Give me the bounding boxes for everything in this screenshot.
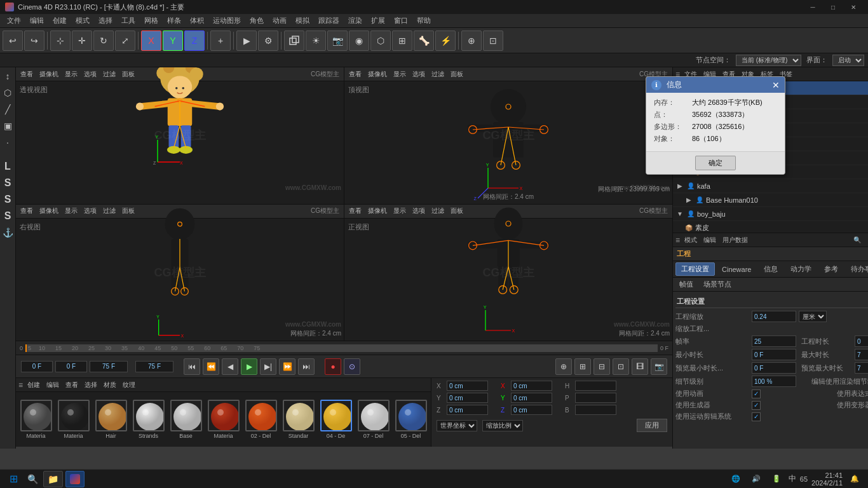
tb-scale[interactable]: ⤢ bbox=[115, 30, 135, 51]
menu-item-动画[interactable]: 动画 bbox=[268, 15, 291, 27]
attr-field-scale[interactable] bbox=[752, 311, 796, 322]
obj-row-h010[interactable]: ▶ 👤 Base Human010 bbox=[673, 193, 868, 207]
menu-item-编辑[interactable]: 编辑 bbox=[25, 15, 48, 27]
attr-search-icon[interactable]: 🔍 bbox=[851, 236, 863, 244]
tb-character[interactable]: 🦴 bbox=[414, 30, 434, 51]
vp1-select[interactable]: 选项 bbox=[82, 69, 98, 79]
tb-cube[interactable] bbox=[284, 30, 304, 51]
next-frame-btn[interactable]: ⏩ bbox=[279, 358, 295, 375]
current-frame-input[interactable] bbox=[21, 361, 53, 372]
tb-move[interactable]: ✛ bbox=[72, 30, 92, 51]
mat-item-10[interactable]: 05 - Del bbox=[393, 400, 428, 439]
menu-item-体积[interactable]: 体积 bbox=[186, 15, 208, 27]
timeline[interactable]: 0 5 10 15 20 25 30 35 40 45 50 55 60 65 … bbox=[16, 341, 672, 355]
tb-rotate[interactable]: ↻ bbox=[93, 30, 114, 51]
sidebar-edge-icon[interactable]: ╱ bbox=[0, 102, 15, 117]
rot-b-input[interactable] bbox=[575, 405, 616, 415]
taskbar-network-icon[interactable]: 🌐 bbox=[728, 471, 744, 487]
tb-deformer[interactable]: ⬡ bbox=[370, 30, 391, 51]
end-frame-input[interactable] bbox=[90, 361, 128, 372]
mat-material[interactable]: 材质 bbox=[102, 380, 118, 390]
mat-item-2[interactable]: Hair bbox=[93, 400, 128, 439]
coord-apply-btn[interactable]: 应用 bbox=[637, 419, 667, 432]
playhead[interactable] bbox=[25, 344, 27, 352]
mat-edit[interactable]: 编辑 bbox=[44, 380, 61, 390]
tb-redo[interactable]: ↪ bbox=[24, 30, 44, 51]
taskbar-notification-icon[interactable]: 🔔 bbox=[846, 471, 863, 487]
menu-item-渲染[interactable]: 渲染 bbox=[344, 15, 367, 27]
tb-render-settings[interactable]: ⚙ bbox=[258, 30, 278, 51]
attr-cb-moclip[interactable]: ✓ bbox=[752, 412, 761, 421]
mat-item-5[interactable]: Materia bbox=[206, 400, 241, 439]
vp3-camera[interactable]: 摄像机 bbox=[37, 206, 60, 216]
menu-item-样条[interactable]: 样条 bbox=[163, 15, 186, 27]
transport-anim-icon[interactable]: 🎞 bbox=[632, 358, 648, 375]
end-frame-input2[interactable] bbox=[135, 361, 173, 372]
taskbar-search-btn[interactable]: 🔍 bbox=[24, 471, 41, 487]
tb-x-axis[interactable]: X bbox=[141, 30, 161, 51]
attr-field-projlen[interactable] bbox=[855, 336, 868, 347]
obj-row-kafa[interactable]: ▶ 👤 kafa ◆ ● bbox=[673, 179, 868, 193]
attr-tab-dynamics[interactable]: 动力学 bbox=[785, 262, 817, 276]
attr-field-prevminlen[interactable] bbox=[752, 362, 796, 374]
vp3-panel[interactable]: 面板 bbox=[120, 206, 137, 216]
attr-unit-select[interactable]: 厘米 bbox=[799, 311, 827, 322]
viewport-top[interactable]: 查看 摄像机 显示 选项 过滤 面板 CG模型主 顶视图 bbox=[344, 67, 672, 204]
tb-select[interactable]: ⊹ bbox=[50, 30, 71, 51]
mat-item-9[interactable]: 07 - Del bbox=[356, 400, 391, 439]
obj-expand-kafa[interactable]: ▶ bbox=[675, 182, 684, 191]
obj-expand-h010[interactable]: ▶ bbox=[684, 196, 693, 205]
menu-item-跟踪器[interactable]: 跟踪器 bbox=[314, 15, 344, 27]
viewport-right[interactable]: 查看 摄像机 显示 选项 过滤 面板 CG模型主 右视图 bbox=[16, 205, 344, 341]
vp4-select[interactable]: 选项 bbox=[410, 206, 427, 216]
sidebar-poly-icon[interactable]: ▣ bbox=[0, 118, 15, 133]
taskbar-explorer-btn[interactable]: 📁 bbox=[43, 471, 63, 487]
menu-item-网格[interactable]: 网格 bbox=[140, 15, 163, 27]
vp2-filter[interactable]: 过滤 bbox=[430, 69, 446, 79]
tb-mograph[interactable]: ⊞ bbox=[392, 30, 412, 51]
attr-field-minlen[interactable] bbox=[752, 349, 796, 360]
viewport-perspective[interactable]: 查看 摄像机 显示 选项 过滤 面板 CG模型主 透视视图 bbox=[16, 67, 344, 204]
coord-z-input[interactable] bbox=[447, 405, 488, 415]
menu-item-帮助[interactable]: 帮助 bbox=[412, 15, 435, 27]
mat-create[interactable]: 创建 bbox=[25, 380, 42, 390]
taskbar-battery-icon[interactable]: 🔋 bbox=[768, 471, 785, 487]
vp1-display[interactable]: 显示 bbox=[63, 69, 79, 79]
taskbar-c4d-btn[interactable] bbox=[65, 471, 85, 487]
mat-item-6[interactable]: 02 - Del bbox=[243, 400, 278, 439]
attr-tab-ref[interactable]: 参考 bbox=[818, 262, 844, 276]
transport-settings3[interactable]: ⊟ bbox=[593, 358, 610, 375]
viewport-front[interactable]: 查看 摄像机 显示 选项 过滤 面板 CG模型主 正视图 bbox=[344, 205, 672, 341]
record-btn[interactable]: ● bbox=[325, 358, 341, 375]
mat-item-1[interactable]: Materia bbox=[56, 400, 91, 439]
transport-settings4[interactable]: ⊡ bbox=[613, 358, 629, 375]
vp4-display[interactable]: 显示 bbox=[391, 206, 408, 216]
info-ok-btn[interactable]: 确定 bbox=[695, 156, 736, 170]
sidebar-point-icon[interactable]: · bbox=[0, 135, 15, 150]
attr-edit[interactable]: 编辑 bbox=[702, 235, 718, 245]
sidebar-L-tool[interactable]: L bbox=[0, 159, 15, 174]
attr-field-prevmaxlen[interactable] bbox=[855, 362, 868, 374]
sidebar-hook-icon[interactable]: ⚓ bbox=[0, 225, 15, 240]
vp3-view[interactable]: 查看 bbox=[18, 206, 35, 216]
menu-item-模式[interactable]: 模式 bbox=[71, 15, 94, 27]
menu-item-选择[interactable]: 选择 bbox=[94, 15, 117, 27]
nodebar-interface-select[interactable]: 启动 bbox=[832, 55, 864, 66]
vp1-filter[interactable]: 过滤 bbox=[101, 69, 118, 79]
transport-cam-icon[interactable]: 📷 bbox=[651, 358, 667, 375]
menu-item-运动图形[interactable]: 运动图形 bbox=[208, 15, 245, 27]
sidebar-move-icon[interactable]: ↕ bbox=[0, 69, 15, 84]
size-z-input[interactable] bbox=[511, 405, 552, 415]
rot-p-input[interactable] bbox=[575, 393, 616, 403]
tb-workplane[interactable]: ⊡ bbox=[483, 30, 503, 51]
size-x-input[interactable] bbox=[511, 381, 552, 391]
tb-camera[interactable]: 📷 bbox=[327, 30, 348, 51]
tb-new-obj[interactable]: + bbox=[210, 30, 231, 51]
menu-item-文件[interactable]: 文件 bbox=[3, 15, 25, 27]
coord-scale-select[interactable]: 缩放比例 bbox=[482, 420, 523, 431]
vp2-display[interactable]: 显示 bbox=[391, 69, 408, 79]
tb-material[interactable]: ◉ bbox=[349, 30, 369, 51]
transport-settings2[interactable]: ⊞ bbox=[574, 358, 591, 375]
vp2-view[interactable]: 查看 bbox=[347, 69, 363, 79]
menu-item-角色[interactable]: 角色 bbox=[245, 15, 268, 27]
